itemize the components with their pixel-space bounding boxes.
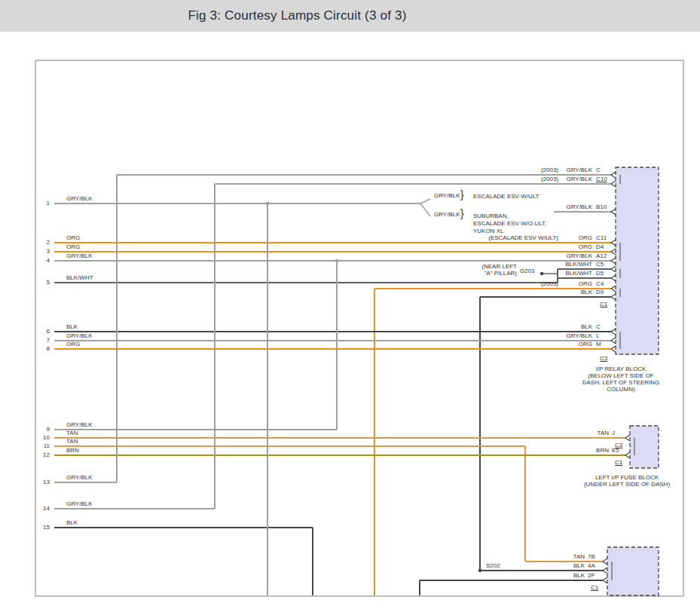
diagram-border [35, 60, 683, 596]
pin-arrow-icon [603, 558, 607, 565]
pin-arrow-icon [611, 275, 616, 281]
pin-arrow-icon [625, 452, 630, 458]
wire-segment [420, 203, 430, 216]
pin-arrow-icon [611, 240, 616, 246]
pin-arrow-icon [611, 258, 616, 264]
pin-arrow-icon [611, 346, 616, 352]
pin-arrow-icon [611, 338, 616, 344]
pin-arrow-icon [611, 249, 616, 255]
wiring-diagram [0, 0, 700, 615]
bottom-connector-block [607, 547, 659, 595]
splice-dot [266, 202, 270, 206]
wire-segment [420, 199, 430, 203]
splice-dot [540, 272, 544, 276]
pin-arrow-icon [611, 209, 616, 215]
pin-arrow-icon [611, 329, 616, 335]
pin-arrow-icon [611, 172, 616, 178]
ip-relay-block [616, 167, 659, 354]
pin-arrow-icon [611, 266, 616, 272]
pin-arrow-icon [603, 577, 607, 583]
pin-arrow-icon [611, 286, 616, 292]
splice-dot [478, 569, 482, 573]
splice-dot [335, 259, 339, 263]
pin-arrow-icon [611, 181, 616, 187]
pin-arrow-icon [625, 435, 630, 441]
pin-arrow-icon [603, 568, 607, 574]
page: Fig 3: Courtesy Lamps Circuit (3 of 3) 1… [0, 0, 700, 615]
pin-arrow-icon [611, 294, 616, 300]
